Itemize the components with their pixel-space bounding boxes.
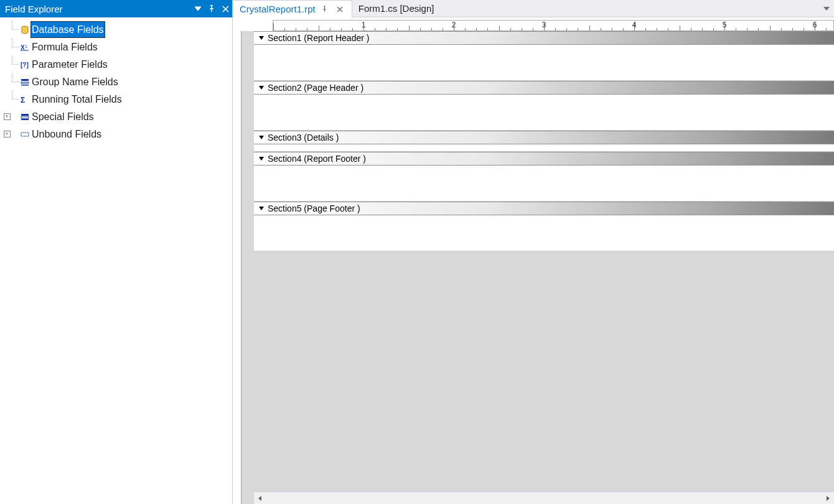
special-icon [20,112,30,122]
svg-rect-6 [21,82,29,83]
horizontal-ruler[interactable]: 123456 [273,20,834,31]
unbound-icon [20,129,30,139]
svg-rect-7 [21,85,29,86]
section-body[interactable] [254,144,834,152]
ruler-number: 4 [632,21,637,29]
section-label: Section1 (Report Header ) [268,33,369,43]
svg-text:1: 1 [25,44,27,49]
field-explorer-panel: Field Explorer Database Fields [0,0,233,504]
report-section: Section3 (Details ) [254,131,834,152]
field-explorer-tree: Database Fields X1 Formula Fields [?] Pa… [0,17,232,147]
tab-crystal-report[interactable]: CrystalReport1.rpt [233,0,352,17]
section-body[interactable] [254,95,834,131]
tab-form1-design[interactable]: Form1.cs [Design] [352,0,441,17]
scroll-right-icon[interactable] [822,492,834,505]
report-canvas[interactable]: Section1 (Report Header ) Section2 (Page… [254,31,834,492]
svg-rect-11 [21,119,29,120]
parameter-icon: [?] [20,60,30,70]
chevron-down-icon[interactable] [258,205,265,212]
ruler-number: 6 [813,21,817,29]
close-tab-icon[interactable] [334,4,345,15]
ruler-number: 3 [542,21,546,29]
section-body[interactable] [254,166,834,202]
tree-item-label: Database Fields [30,21,105,38]
tree-item-label: Running Total Fields [30,91,123,108]
editor-area: CrystalReport1.rpt Form1.cs [Design] 123… [233,0,834,504]
ruler-number: 5 [723,21,727,29]
chevron-down-icon[interactable] [258,34,265,42]
tree-item-formula-fields[interactable]: X1 Formula Fields [2,39,230,55]
tree-item-database-fields[interactable]: Database Fields [2,21,230,38]
svg-rect-12 [21,133,29,136]
tree-item-unbound-fields[interactable]: + Unbound Fields [2,126,230,142]
tree-item-running-total-fields[interactable]: Σ Running Total Fields [2,91,230,108]
close-icon[interactable] [218,0,232,17]
chevron-down-icon[interactable] [258,84,265,91]
tab-label: CrystalReport1.rpt [240,4,316,14]
field-explorer-title: Field Explorer [5,4,191,14]
section-body[interactable] [254,45,834,81]
tree-item-label: Formula Fields [30,39,99,55]
document-tabstrip: CrystalReport1.rpt Form1.cs [Design] [233,0,834,17]
ruler-number: 1 [362,21,366,29]
svg-rect-10 [21,116,29,118]
tree-expander[interactable]: + [2,131,11,138]
tree-item-label: Unbound Fields [30,126,103,142]
tree-item-group-name-fields[interactable]: Group Name Fields [2,73,230,90]
report-section: Section1 (Report Header ) [254,31,834,81]
svg-rect-9 [21,114,29,116]
section-header[interactable]: Section2 (Page Header ) [254,81,834,95]
section-header[interactable]: Section5 (Page Footer ) [254,202,834,215]
tree-expander[interactable]: + [2,113,11,120]
svg-text:Σ: Σ [21,96,25,103]
pin-icon[interactable] [205,0,218,17]
tree-item-label: Group Name Fields [30,73,119,90]
panel-options-button[interactable] [191,0,205,17]
formula-icon: X1 [20,42,30,52]
svg-rect-5 [21,79,29,81]
tree-item-label: Special Fields [30,108,95,125]
tree-item-parameter-fields[interactable]: [?] Parameter Fields [2,56,230,73]
report-section: Section5 (Page Footer ) [254,202,834,251]
group-name-icon [20,77,30,87]
section-label: Section4 (Report Footer ) [268,154,366,164]
tab-label: Form1.cs [Design] [358,3,434,14]
running-total-icon: Σ [20,95,30,105]
tree-item-special-fields[interactable]: + Special Fields [2,108,230,125]
database-icon [20,25,30,35]
horizontal-scrollbar[interactable] [254,492,834,504]
chevron-down-icon[interactable] [258,155,265,162]
field-explorer-header: Field Explorer [0,0,232,17]
tree-item-label: Parameter Fields [30,56,109,73]
report-section: Section4 (Report Footer ) [254,152,834,202]
active-files-menu-button[interactable] [819,0,834,17]
svg-text:[?]: [?] [21,62,29,68]
section-label: Section5 (Page Footer ) [268,203,360,213]
section-label: Section2 (Page Header ) [268,83,363,93]
vertical-ruler[interactable] [235,31,241,504]
section-body[interactable] [254,215,834,251]
pin-tab-icon[interactable] [319,4,330,15]
section-header[interactable]: Section1 (Report Header ) [254,31,834,45]
scroll-left-icon[interactable] [254,492,266,505]
ruler-number: 2 [452,21,456,29]
report-section: Section2 (Page Header ) [254,81,834,131]
section-label: Section3 (Details ) [268,133,339,142]
report-design-surface: Section1 (Report Header ) Section2 (Page… [235,31,834,504]
section-header[interactable]: Section3 (Details ) [254,131,834,144]
svg-text:X: X [21,44,25,51]
section-header[interactable]: Section4 (Report Footer ) [254,152,834,166]
chevron-down-icon[interactable] [258,134,265,141]
